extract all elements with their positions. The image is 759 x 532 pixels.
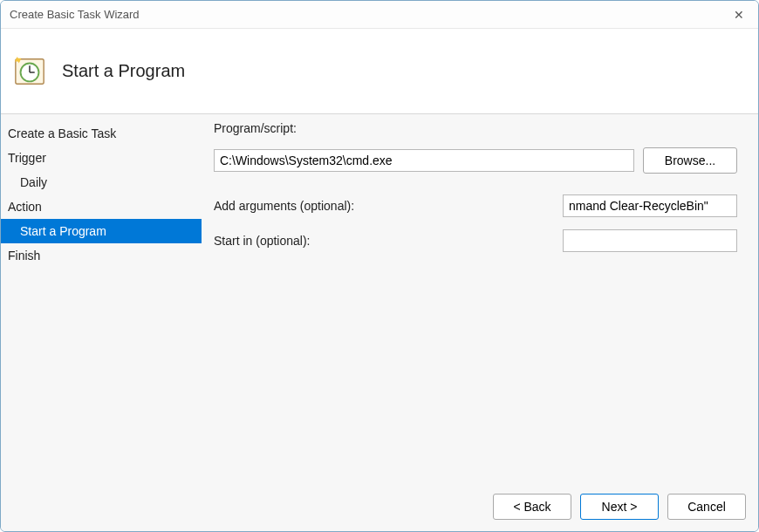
- sidebar-item-label: Start a Program: [20, 224, 106, 238]
- next-button[interactable]: Next >: [580, 494, 659, 520]
- wizard-body: Create a Basic Task Trigger Daily Action…: [1, 114, 758, 482]
- close-icon[interactable]: ✕: [728, 8, 749, 22]
- sidebar-item-label: Finish: [8, 249, 40, 263]
- arguments-label: Add arguments (optional):: [214, 199, 563, 213]
- start-in-input[interactable]: [563, 229, 737, 252]
- sidebar-item-label: Action: [8, 200, 42, 214]
- wizard-content: Program/script: Browse... Add arguments …: [202, 114, 758, 482]
- wizard-header: Start a Program: [1, 29, 758, 114]
- sidebar-item-action[interactable]: Action: [1, 194, 202, 219]
- sidebar-item-label: Create a Basic Task: [8, 126, 116, 140]
- start-in-label: Start in (optional):: [214, 234, 563, 248]
- cancel-button[interactable]: Cancel: [667, 494, 746, 520]
- sidebar-item-label: Daily: [20, 175, 47, 189]
- program-script-label: Program/script:: [214, 121, 297, 135]
- sidebar-item-label: Trigger: [8, 151, 46, 165]
- back-button[interactable]: < Back: [493, 494, 571, 520]
- page-title: Start a Program: [62, 61, 185, 81]
- sidebar-item-daily[interactable]: Daily: [1, 170, 202, 194]
- window-title: Create Basic Task Wizard: [10, 8, 728, 21]
- sidebar-item-finish[interactable]: Finish: [1, 243, 202, 268]
- scheduler-icon: [13, 55, 46, 88]
- wizard-sidebar: Create a Basic Task Trigger Daily Action…: [1, 114, 202, 482]
- arguments-input[interactable]: [563, 194, 737, 217]
- program-script-input[interactable]: [214, 149, 634, 172]
- sidebar-item-create-basic-task[interactable]: Create a Basic Task: [1, 121, 202, 146]
- sidebar-item-trigger[interactable]: Trigger: [1, 146, 202, 170]
- sidebar-item-start-a-program[interactable]: Start a Program: [1, 219, 202, 243]
- wizard-footer: < Back Next > Cancel: [1, 482, 758, 531]
- browse-button[interactable]: Browse...: [643, 147, 737, 174]
- titlebar: Create Basic Task Wizard ✕: [1, 1, 758, 29]
